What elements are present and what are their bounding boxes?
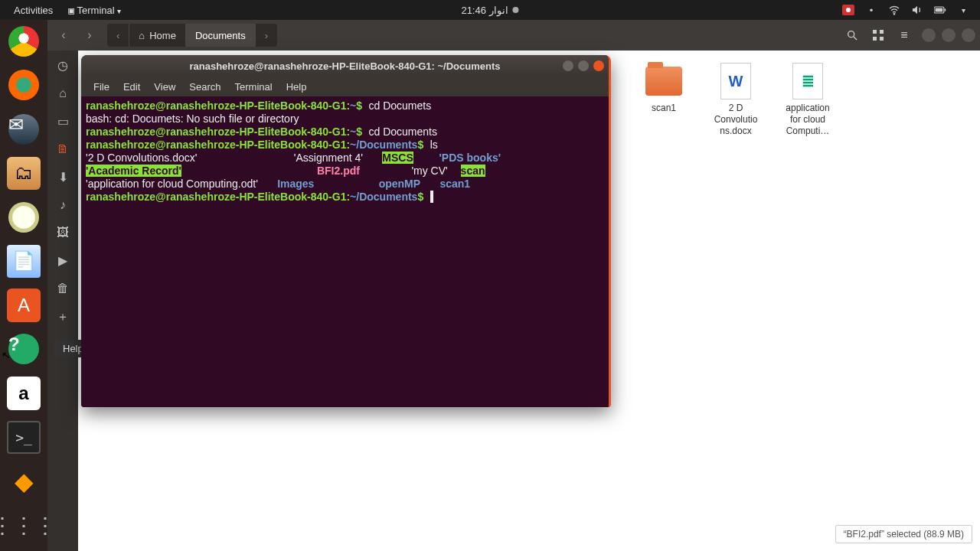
input-source-indicator[interactable]: • [865, 4, 877, 16]
mouse-cursor-icon: ↖ [1, 348, 12, 362]
dock-amazon[interactable]: a [7, 377, 41, 410]
home-icon: ⌂ [139, 30, 145, 41]
path-documents-label: Documents [195, 30, 246, 41]
menu-help[interactable]: Help [280, 79, 313, 95]
svg-rect-7 [880, 30, 884, 34]
terminal-titlebar[interactable]: ranashehroze@ranashehroze-HP-EliteBook-8… [81, 55, 609, 77]
file-label: 2 D Convolutio ns.docx [707, 103, 764, 137]
svg-rect-9 [880, 37, 884, 41]
nav-forward-button[interactable]: › [78, 24, 101, 47]
file-item-application-odt[interactable]: ≣ application for cloud Computi… [779, 63, 836, 137]
path-seg-prev[interactable]: ‹ [107, 24, 129, 47]
screen-record-indicator[interactable] [842, 4, 854, 16]
battery-icon[interactable] [934, 4, 946, 16]
files-status-bar: “BFI2.pdf” selected (88.9 MB) [835, 525, 972, 543]
activities-button[interactable]: Activities [8, 2, 59, 19]
sidebar-videos-icon[interactable]: ▶ [58, 253, 67, 268]
terminal-minimize-button[interactable] [563, 60, 573, 71]
svg-point-4 [848, 31, 854, 37]
dock-terminal[interactable]: >_ [7, 421, 41, 455]
files-headerbar: ‹ › ‹ ⌂ Home Documents › ≡ [47, 20, 980, 51]
hamburger-menu-button[interactable]: ≡ [893, 24, 916, 47]
path-seg-home[interactable]: ⌂ Home [129, 24, 186, 47]
clock[interactable]: انوار 21:46 [461, 5, 518, 16]
dock-firefox[interactable] [7, 69, 41, 103]
path-seg-documents[interactable]: Documents [186, 24, 256, 47]
files-minimize-button[interactable] [922, 28, 936, 42]
wifi-icon[interactable] [888, 4, 900, 16]
file-label: scan1 [652, 103, 676, 114]
menu-file[interactable]: File [87, 79, 116, 95]
sidebar-home-icon[interactable]: ⌂ [59, 86, 67, 100]
terminal-title: ranashehroze@ranashehroze-HP-EliteBook-8… [189, 60, 500, 72]
app-menu-button[interactable]: ▣ Terminal ▾ [62, 2, 127, 19]
sidebar-other-locations-icon[interactable]: ＋ [57, 309, 69, 325]
search-button[interactable] [841, 24, 864, 47]
sidebar-trash-icon[interactable]: 🗑 [57, 282, 69, 295]
folder-icon [645, 67, 682, 96]
menu-search[interactable]: Search [183, 79, 227, 95]
sidebar-music-icon[interactable]: ♪ [60, 198, 66, 212]
path-seg-next[interactable]: › [256, 24, 277, 47]
menu-view[interactable]: View [148, 79, 181, 95]
svg-rect-6 [873, 30, 877, 34]
ubuntu-dock: ✉ 🗂 📄 A ? a >_ ◆ ⋮⋮⋮ [0, 20, 47, 551]
sidebar-downloads-icon[interactable]: ⬇ [58, 170, 68, 184]
file-item-convolutions-docx[interactable]: W 2 D Convolutio ns.docx [707, 63, 764, 137]
dock-show-apps[interactable]: ⋮⋮⋮ [7, 509, 41, 543]
file-item-scan1[interactable]: scan1 [635, 63, 692, 137]
terminal-window: ranashehroze@ranashehroze-HP-EliteBook-8… [81, 55, 611, 407]
sidebar-recent-icon[interactable]: ◷ [57, 58, 68, 73]
svg-point-0 [893, 14, 894, 15]
sidebar-pictures-icon[interactable]: 🖼 [57, 226, 69, 240]
sidebar-desktop-icon[interactable]: ▭ [57, 114, 69, 129]
files-close-button[interactable] [962, 28, 975, 42]
menu-terminal[interactable]: Terminal [229, 79, 279, 95]
dock-chrome[interactable] [7, 24, 41, 58]
dock-help[interactable]: ? [7, 333, 41, 367]
clock-dot-icon [513, 7, 519, 13]
terminal-menubar: File Edit View Search Terminal Help [81, 77, 609, 96]
files-sidebar: ◷ ⌂ ▭ 🗎 ⬇ ♪ 🖼 ▶ 🗑 ＋ [47, 51, 78, 551]
svg-rect-3 [945, 8, 946, 11]
terminal-content[interactable]: ranashehroze@ranashehroze-HP-EliteBook-8… [81, 96, 609, 407]
dock-files[interactable]: 🗂 [7, 157, 41, 191]
dock-sublime[interactable]: ◆ [7, 465, 41, 498]
files-maximize-button[interactable] [942, 28, 956, 42]
svg-rect-2 [936, 8, 943, 12]
path-bar: ‹ ⌂ Home Documents › [107, 24, 277, 47]
terminal-close-button[interactable] [593, 60, 604, 71]
docx-icon: W [720, 63, 751, 99]
nav-back-button[interactable]: ‹ [52, 24, 75, 47]
odt-icon: ≣ [792, 63, 823, 99]
clock-label: انوار 21:46 [461, 5, 508, 16]
path-home-label: Home [149, 30, 176, 41]
sidebar-documents-icon[interactable]: 🗎 [57, 142, 69, 156]
terminal-icon: ▣ [68, 5, 74, 16]
dock-ubuntu-software[interactable]: A [7, 289, 41, 322]
system-menu-chevron-icon[interactable]: ▾ [957, 4, 969, 16]
chevron-down-icon: ▾ [117, 7, 121, 15]
volume-icon[interactable] [911, 4, 923, 16]
dock-thunderbird[interactable]: ✉ [7, 112, 41, 146]
menu-edit[interactable]: Edit [117, 79, 146, 95]
terminal-maximize-button[interactable] [578, 60, 589, 71]
svg-rect-8 [873, 37, 877, 41]
dock-rhythmbox[interactable] [7, 201, 41, 234]
svg-line-5 [854, 37, 857, 40]
gnome-top-bar: Activities ▣ Terminal ▾ انوار 21:46 • ▾ [0, 0, 980, 20]
view-grid-button[interactable] [867, 24, 890, 47]
app-menu-label: Terminal [77, 5, 115, 16]
file-label: application for cloud Computi… [779, 103, 836, 137]
dock-libreoffice-writer[interactable]: 📄 [7, 245, 41, 279]
